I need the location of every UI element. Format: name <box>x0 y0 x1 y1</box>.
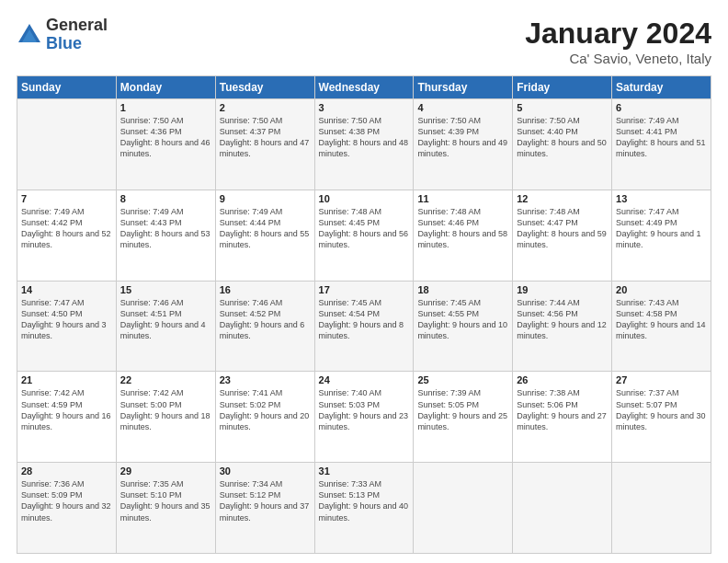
day-number: 10 <box>319 193 410 204</box>
calendar-cell: 25Sunrise: 7:39 AMSunset: 5:05 PMDayligh… <box>414 372 513 463</box>
logo-blue: Blue <box>46 35 108 53</box>
day-number: 24 <box>319 374 410 385</box>
day-number: 12 <box>517 193 608 204</box>
day-number: 1 <box>120 102 211 113</box>
calendar-cell <box>414 463 513 554</box>
day-info: Sunrise: 7:50 AMSunset: 4:40 PMDaylight:… <box>517 115 608 160</box>
day-of-week-saturday: Saturday <box>612 76 711 99</box>
day-info: Sunrise: 7:49 AMSunset: 4:44 PMDaylight:… <box>220 206 311 251</box>
day-number: 17 <box>319 284 410 295</box>
calendar-cell: 8Sunrise: 7:49 AMSunset: 4:43 PMDaylight… <box>116 190 215 281</box>
calendar-cell: 6Sunrise: 7:49 AMSunset: 4:41 PMDaylight… <box>612 99 711 190</box>
day-number: 6 <box>616 102 707 113</box>
day-number: 18 <box>417 284 508 295</box>
calendar-table: SundayMondayTuesdayWednesdayThursdayFrid… <box>17 75 711 554</box>
day-number: 7 <box>21 193 112 204</box>
day-of-week-monday: Monday <box>116 76 215 99</box>
day-number: 26 <box>517 374 608 385</box>
day-number: 15 <box>120 284 211 295</box>
calendar-cell: 20Sunrise: 7:43 AMSunset: 4:58 PMDayligh… <box>612 281 711 372</box>
day-number: 3 <box>319 102 410 113</box>
day-info: Sunrise: 7:49 AMSunset: 4:43 PMDaylight:… <box>120 206 211 251</box>
calendar-cell: 7Sunrise: 7:49 AMSunset: 4:42 PMDaylight… <box>17 190 117 281</box>
week-row-2: 7Sunrise: 7:49 AMSunset: 4:42 PMDaylight… <box>17 190 711 281</box>
day-number: 30 <box>220 465 311 477</box>
day-info: Sunrise: 7:37 AMSunset: 5:07 PMDaylight:… <box>616 387 707 432</box>
day-number: 21 <box>21 374 112 385</box>
week-row-5: 28Sunrise: 7:36 AMSunset: 5:09 PMDayligh… <box>17 463 711 554</box>
calendar-cell: 19Sunrise: 7:44 AMSunset: 4:56 PMDayligh… <box>513 281 612 372</box>
day-info: Sunrise: 7:33 AMSunset: 5:13 PMDaylight:… <box>319 478 410 523</box>
day-info: Sunrise: 7:50 AMSunset: 4:39 PMDaylight:… <box>417 115 508 160</box>
day-info: Sunrise: 7:48 AMSunset: 4:46 PMDaylight:… <box>417 206 508 251</box>
calendar-cell: 21Sunrise: 7:42 AMSunset: 4:59 PMDayligh… <box>17 372 117 463</box>
day-number: 8 <box>120 193 211 204</box>
day-number: 20 <box>616 284 707 295</box>
day-of-week-tuesday: Tuesday <box>215 76 314 99</box>
calendar-cell: 18Sunrise: 7:45 AMSunset: 4:55 PMDayligh… <box>414 281 513 372</box>
day-number: 23 <box>220 374 311 385</box>
logo: General Blue <box>17 17 108 53</box>
calendar-header: SundayMondayTuesdayWednesdayThursdayFrid… <box>17 76 711 99</box>
day-header-row: SundayMondayTuesdayWednesdayThursdayFrid… <box>17 76 711 99</box>
day-info: Sunrise: 7:40 AMSunset: 5:03 PMDaylight:… <box>319 387 410 432</box>
week-row-4: 21Sunrise: 7:42 AMSunset: 4:59 PMDayligh… <box>17 372 711 463</box>
day-number: 31 <box>319 465 410 477</box>
logo-text: General Blue <box>46 17 108 53</box>
logo-icon <box>17 22 42 48</box>
calendar-cell: 29Sunrise: 7:35 AMSunset: 5:10 PMDayligh… <box>116 463 215 554</box>
day-info: Sunrise: 7:50 AMSunset: 4:37 PMDaylight:… <box>220 115 311 160</box>
calendar-cell: 5Sunrise: 7:50 AMSunset: 4:40 PMDaylight… <box>513 99 612 190</box>
day-number: 14 <box>21 284 112 295</box>
day-info: Sunrise: 7:48 AMSunset: 4:45 PMDaylight:… <box>319 206 410 251</box>
day-info: Sunrise: 7:46 AMSunset: 4:51 PMDaylight:… <box>120 297 211 342</box>
calendar-cell: 17Sunrise: 7:45 AMSunset: 4:54 PMDayligh… <box>314 281 414 372</box>
day-number: 22 <box>120 374 211 385</box>
day-number: 16 <box>220 284 311 295</box>
day-info: Sunrise: 7:45 AMSunset: 4:55 PMDaylight:… <box>417 297 508 342</box>
calendar-cell <box>612 463 711 554</box>
calendar-cell: 11Sunrise: 7:48 AMSunset: 4:46 PMDayligh… <box>414 190 513 281</box>
day-info: Sunrise: 7:35 AMSunset: 5:10 PMDaylight:… <box>120 478 211 523</box>
calendar-cell: 15Sunrise: 7:46 AMSunset: 4:51 PMDayligh… <box>116 281 215 372</box>
day-info: Sunrise: 7:50 AMSunset: 4:36 PMDaylight:… <box>120 115 211 160</box>
calendar-body: 1Sunrise: 7:50 AMSunset: 4:36 PMDaylight… <box>17 99 711 554</box>
day-info: Sunrise: 7:42 AMSunset: 4:59 PMDaylight:… <box>21 387 112 432</box>
calendar-cell: 13Sunrise: 7:47 AMSunset: 4:49 PMDayligh… <box>612 190 711 281</box>
day-info: Sunrise: 7:47 AMSunset: 4:49 PMDaylight:… <box>616 206 707 251</box>
page: General Blue January 2024 Ca' Savio, Ven… <box>0 0 728 563</box>
calendar-cell: 4Sunrise: 7:50 AMSunset: 4:39 PMDaylight… <box>414 99 513 190</box>
calendar-cell: 31Sunrise: 7:33 AMSunset: 5:13 PMDayligh… <box>314 463 414 554</box>
header: General Blue January 2024 Ca' Savio, Ven… <box>17 17 711 66</box>
calendar-cell: 16Sunrise: 7:46 AMSunset: 4:52 PMDayligh… <box>215 281 314 372</box>
day-number: 9 <box>220 193 311 204</box>
day-of-week-sunday: Sunday <box>17 76 117 99</box>
day-number: 5 <box>517 102 608 113</box>
day-info: Sunrise: 7:49 AMSunset: 4:41 PMDaylight:… <box>616 115 707 160</box>
day-number: 2 <box>220 102 311 113</box>
logo-general: General <box>46 17 108 35</box>
day-of-week-thursday: Thursday <box>414 76 513 99</box>
calendar-cell: 27Sunrise: 7:37 AMSunset: 5:07 PMDayligh… <box>612 372 711 463</box>
day-number: 19 <box>517 284 608 295</box>
week-row-1: 1Sunrise: 7:50 AMSunset: 4:36 PMDaylight… <box>17 99 711 190</box>
calendar-cell: 1Sunrise: 7:50 AMSunset: 4:36 PMDaylight… <box>116 99 215 190</box>
day-number: 28 <box>21 465 112 477</box>
calendar-cell: 2Sunrise: 7:50 AMSunset: 4:37 PMDaylight… <box>215 99 314 190</box>
day-info: Sunrise: 7:48 AMSunset: 4:47 PMDaylight:… <box>517 206 608 251</box>
day-info: Sunrise: 7:49 AMSunset: 4:42 PMDaylight:… <box>21 206 112 251</box>
calendar-cell: 30Sunrise: 7:34 AMSunset: 5:12 PMDayligh… <box>215 463 314 554</box>
day-info: Sunrise: 7:41 AMSunset: 5:02 PMDaylight:… <box>220 387 311 432</box>
calendar-subtitle: Ca' Savio, Veneto, Italy <box>525 51 711 66</box>
day-info: Sunrise: 7:46 AMSunset: 4:52 PMDaylight:… <box>220 297 311 342</box>
calendar-cell: 28Sunrise: 7:36 AMSunset: 5:09 PMDayligh… <box>17 463 117 554</box>
calendar-cell <box>17 99 117 190</box>
calendar-cell: 3Sunrise: 7:50 AMSunset: 4:38 PMDaylight… <box>314 99 414 190</box>
day-of-week-friday: Friday <box>513 76 612 99</box>
day-number: 4 <box>417 102 508 113</box>
day-info: Sunrise: 7:42 AMSunset: 5:00 PMDaylight:… <box>120 387 211 432</box>
calendar-cell: 12Sunrise: 7:48 AMSunset: 4:47 PMDayligh… <box>513 190 612 281</box>
day-info: Sunrise: 7:44 AMSunset: 4:56 PMDaylight:… <box>517 297 608 342</box>
week-row-3: 14Sunrise: 7:47 AMSunset: 4:50 PMDayligh… <box>17 281 711 372</box>
calendar-cell: 9Sunrise: 7:49 AMSunset: 4:44 PMDaylight… <box>215 190 314 281</box>
